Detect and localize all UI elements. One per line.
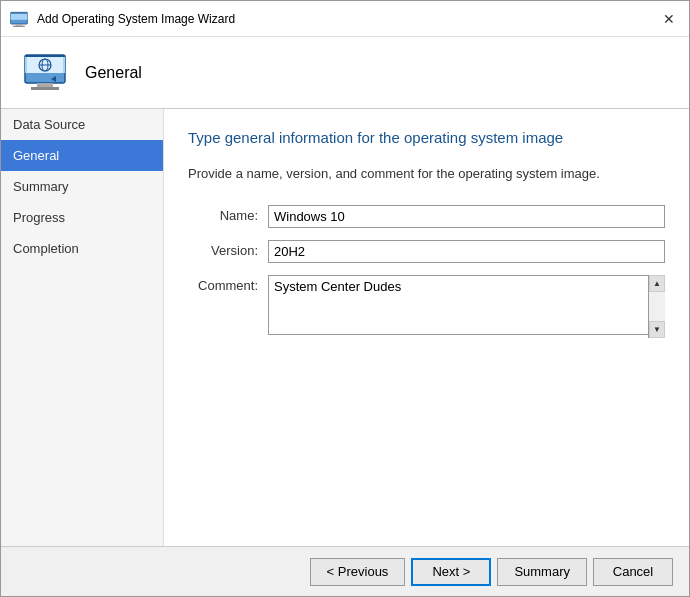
sidebar-item-summary[interactable]: Summary <box>1 171 163 202</box>
comment-row: Comment: System Center Dudes ▲ ▼ <box>188 275 665 338</box>
scroll-up-arrow[interactable]: ▲ <box>649 275 665 292</box>
svg-rect-4 <box>13 25 25 26</box>
svg-rect-7 <box>25 55 65 57</box>
wizard-header: General <box>1 37 689 109</box>
sidebar-item-completion[interactable]: Completion <box>1 233 163 264</box>
svg-rect-8 <box>37 83 53 87</box>
wizard-icon <box>9 9 29 29</box>
name-input[interactable] <box>268 205 665 228</box>
content-description: Provide a name, version, and comment for… <box>188 166 665 181</box>
header-computer-icon <box>21 49 69 97</box>
sidebar-item-progress[interactable]: Progress <box>1 202 163 233</box>
content-area: Type general information for the operati… <box>164 109 689 546</box>
next-button[interactable]: Next > <box>411 558 491 586</box>
svg-rect-9 <box>31 87 59 90</box>
svg-rect-2 <box>11 12 28 13</box>
header-title: General <box>85 64 142 82</box>
comment-label: Comment: <box>188 275 268 293</box>
sidebar: Data Source General Summary Progress Com… <box>1 109 164 546</box>
name-label: Name: <box>188 205 268 223</box>
close-button[interactable]: ✕ <box>657 7 681 31</box>
wizard-body: Data Source General Summary Progress Com… <box>1 109 689 546</box>
svg-rect-3 <box>16 24 23 26</box>
previous-button[interactable]: < Previous <box>310 558 406 586</box>
scroll-down-arrow[interactable]: ▼ <box>649 321 665 338</box>
sidebar-item-general[interactable]: General <box>1 140 163 171</box>
version-input[interactable] <box>268 240 665 263</box>
name-row: Name: <box>188 205 665 228</box>
sidebar-item-data-source[interactable]: Data Source <box>1 109 163 140</box>
summary-button[interactable]: Summary <box>497 558 587 586</box>
title-bar: Add Operating System Image Wizard ✕ <box>1 1 689 37</box>
wizard-footer: < Previous Next > Summary Cancel <box>1 546 689 596</box>
wizard-window: Add Operating System Image Wizard ✕ Gene… <box>0 0 690 597</box>
content-heading: Type general information for the operati… <box>188 129 665 146</box>
version-row: Version: <box>188 240 665 263</box>
title-bar-text: Add Operating System Image Wizard <box>37 12 649 26</box>
comment-scrollbar: ▲ ▼ <box>648 275 665 338</box>
cancel-button[interactable]: Cancel <box>593 558 673 586</box>
comment-wrapper: System Center Dudes ▲ ▼ <box>268 275 665 338</box>
version-label: Version: <box>188 240 268 258</box>
comment-textarea[interactable]: System Center Dudes <box>268 275 665 335</box>
